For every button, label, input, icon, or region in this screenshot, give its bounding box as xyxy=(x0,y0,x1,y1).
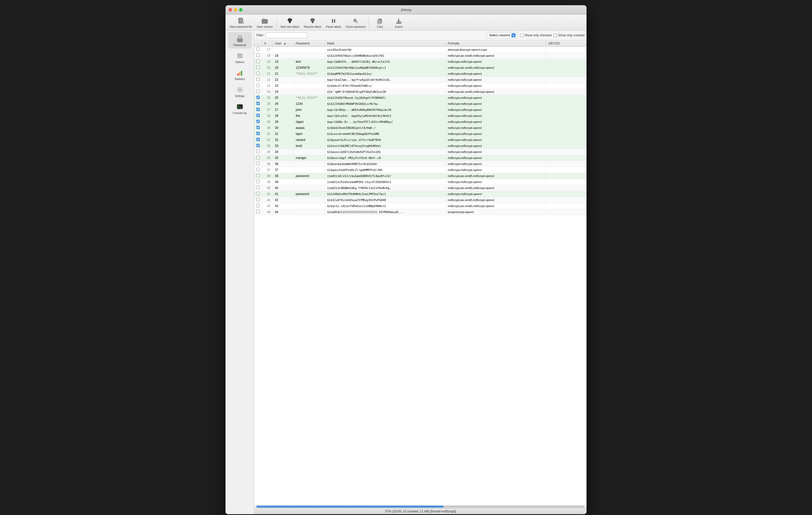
row-checkbox[interactable] xyxy=(256,204,260,207)
row-cell-checkbox xyxy=(254,149,262,155)
col-num: # xyxy=(262,40,272,47)
row-checkbox[interactable] xyxy=(256,84,260,87)
row-cell-formats: descrypt,descrypt-opencl,crypt xyxy=(445,47,546,53)
row-cell-gecos xyxy=(546,77,586,83)
row-checkbox[interactable] xyxy=(256,114,260,117)
row-checkbox[interactable] xyxy=(256,66,260,69)
svg-point-29 xyxy=(240,55,242,57)
row-cell-user: 18 xyxy=(272,53,293,59)
row-checkbox[interactable] xyxy=(256,168,260,171)
row-checkbox[interactable] xyxy=(256,60,260,63)
row-cell-gecos xyxy=(546,173,586,179)
row-checkbox[interactable] xyxy=(256,138,260,141)
start-attack-button[interactable]: Start new attack xyxy=(278,16,301,29)
console-log-icon xyxy=(235,102,244,111)
svg-rect-20 xyxy=(378,22,380,22)
svg-rect-1 xyxy=(239,19,242,20)
row-cell-num: 36 xyxy=(262,161,272,167)
show-only-checked-label[interactable]: Show only checked xyxy=(520,33,551,37)
row-checkbox[interactable] xyxy=(256,210,260,213)
open-password-button[interactable]: Open password file xyxy=(228,16,254,29)
options-icon xyxy=(235,51,244,60)
row-cell-hash: $1$coin$rebm0t9KJ56mgGWJF5o5M0 xyxy=(325,131,445,137)
row-cell-checkbox xyxy=(254,179,262,185)
resume-attack-button[interactable]: Resume attack xyxy=(301,16,323,29)
row-checkbox[interactable] xyxy=(256,174,260,177)
sidebar-item-options[interactable]: Options xyxy=(228,49,252,66)
row-cell-password: ripper xyxy=(293,119,325,125)
sidebar-item-statistics[interactable]: Statistics xyxy=(228,66,252,83)
row-cell-formats: md5crypt,aix-smd5,md5crypt-opencl xyxy=(445,185,546,191)
row-cell-formats: md5crypt,aix-smd5,md5crypt-opencl xyxy=(445,89,546,95)
col-password: Password xyxy=(293,40,325,47)
row-checkbox[interactable] xyxy=(256,54,260,57)
row-checkbox[interactable] xyxy=(256,156,260,159)
maximize-button[interactable] xyxy=(239,8,242,11)
open-session-button[interactable]: Open session xyxy=(255,16,275,29)
row-checkbox[interactable] xyxy=(256,72,260,75)
row-cell-formats: md5crypt,md5crypt-opencl xyxy=(445,101,546,107)
row-cell-user: 22 xyxy=(272,77,293,83)
table-row: 3131lapin$1$coin$rebm0t9KJ56mgGWJF5o5M0m… xyxy=(254,131,586,137)
row-cell-checkbox xyxy=(254,131,262,137)
show-only-cracked-checkbox[interactable] xyxy=(554,34,557,37)
row-checkbox[interactable] xyxy=(256,132,260,135)
row-cell-gecos xyxy=(546,143,586,149)
row-checkbox[interactable] xyxy=(256,144,260,147)
row-cell-checkbox xyxy=(254,65,262,71)
minimize-button[interactable] xyxy=(234,8,237,11)
row-checkbox[interactable] xyxy=(256,186,260,189)
select-columns-button[interactable]: Select columns ▾ xyxy=(487,32,518,38)
export-button[interactable]: Export xyxy=(389,16,408,29)
table-row: 3232canard$1$pouet$/Ecz/vyk.zCYvrr6wB78h… xyxy=(254,137,586,143)
row-cell-formats: md5crypt,aix-smd5,md5crypt-opencl xyxy=(445,203,546,209)
row-cell-num: 26 xyxy=(262,101,272,107)
row-cell-formats: md5crypt,md5crypt-opencl xyxy=(445,137,546,143)
row-checkbox[interactable] xyxy=(256,198,260,201)
show-only-checked-checkbox[interactable] xyxy=(520,34,523,37)
sidebar-item-settings[interactable]: Settings xyxy=(228,83,252,100)
row-checkbox[interactable] xyxy=(256,180,260,183)
row-cell-gecos xyxy=(546,161,586,167)
table-row: 3434$1$aussi$X67z3kXsWo92F15uChx1H1md5cr… xyxy=(254,149,586,155)
col-user[interactable]: User ▲ xyxy=(272,40,293,47)
row-checkbox[interactable] xyxy=(256,120,260,123)
row-checkbox[interactable] xyxy=(256,126,260,129)
guess-password-button[interactable]: Guess password xyxy=(344,16,367,29)
row-checkbox[interactable] xyxy=(256,150,260,153)
svg-rect-36 xyxy=(237,105,242,109)
row-cell-hash: $1$1234$BdlMOAWFOV2AQILsrN/Sw. xyxy=(325,101,445,107)
row-cell-num: 34 xyxy=(262,149,272,155)
row-cell-formats: md5crypt,md5crypt-opencl xyxy=(445,179,546,185)
row-checkbox[interactable] xyxy=(256,78,260,81)
row-checkbox[interactable] xyxy=(256,192,260,195)
table-row: 202012345678$1$12345678$f8QoJuo0DpBRfQSD… xyxy=(254,65,586,71)
row-cell-user: 38 xyxy=(272,173,293,179)
sidebar-item-console-log[interactable]: Console log xyxy=(228,100,252,117)
row-cell-gecos xyxy=(546,149,586,155)
row-cell-hash: $apr1$GBx.D/...$yfVeeYFCliEXlnfRhBRpy/ xyxy=(325,119,445,125)
show-only-cracked-label[interactable]: Show only cracked xyxy=(554,33,584,37)
sidebar-item-passwords[interactable]: Passwords xyxy=(228,32,252,49)
table-row: 3030aaaaa$1$bb$19smCEBG0Q1pVil0/HqK./md5… xyxy=(254,125,586,131)
svg-rect-3 xyxy=(239,21,241,22)
row-cell-user: 25 xyxy=(272,95,293,101)
row-checkbox[interactable] xyxy=(256,90,260,93)
row-checkbox[interactable] xyxy=(256,48,260,51)
filter-input[interactable] xyxy=(265,32,308,38)
row-checkbox[interactable] xyxy=(256,96,260,99)
row-cell-num: 20 xyxy=(262,65,272,71)
row-checkbox[interactable] xyxy=(256,102,260,105)
close-button[interactable] xyxy=(229,8,232,11)
copy-button[interactable]: Copy xyxy=(371,16,389,29)
row-cell-password xyxy=(293,185,325,191)
row-checkbox[interactable] xyxy=(256,162,260,165)
row-cell-hash: $1$12345678$alcj83HRDBo6ux1bVx7D1 xyxy=(325,53,445,59)
row-cell-num: 43 xyxy=(262,203,272,209)
row-cell-gecos xyxy=(546,47,586,53)
svg-point-28 xyxy=(238,54,239,55)
table-row: 2424$1$'!@#%^&*$E6hD76/pKTS8qToBCkux30md… xyxy=(254,89,586,95)
pause-attack-button[interactable]: Pause attack xyxy=(324,16,343,29)
row-cell-hash: $apr1$a2Jqm...$grFrwEgiQleDr0zR4Jx1b. xyxy=(325,77,445,83)
row-checkbox[interactable] xyxy=(256,108,260,111)
